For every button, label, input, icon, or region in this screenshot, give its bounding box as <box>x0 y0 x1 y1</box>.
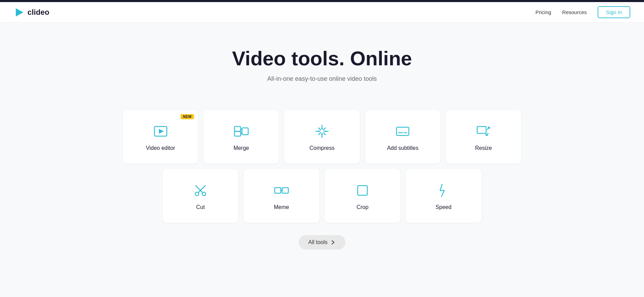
svg-rect-20 <box>396 127 409 135</box>
speed-icon <box>435 182 452 199</box>
svg-line-15 <box>319 133 321 135</box>
svg-marker-16 <box>321 128 323 130</box>
pricing-link[interactable]: Pricing <box>536 9 551 15</box>
tool-card-meme[interactable]: Meme <box>244 169 319 223</box>
tool-label: Meme <box>274 204 289 210</box>
tool-card-resize[interactable]: Resize <box>446 110 521 164</box>
tool-label: Speed <box>436 204 451 210</box>
svg-marker-19 <box>324 130 325 132</box>
sign-in-button[interactable]: Sign In <box>598 6 630 18</box>
svg-line-31 <box>200 186 205 190</box>
svg-line-12 <box>319 128 321 130</box>
svg-rect-33 <box>282 188 288 193</box>
tool-label: Compress <box>310 145 335 151</box>
tool-label: Cut <box>196 204 205 210</box>
svg-line-14 <box>323 128 325 130</box>
hero-section: Video tools. Online All-in-one easy-to-u… <box>0 23 644 110</box>
merge-icon <box>232 122 250 140</box>
logo-text: clideo <box>27 8 49 17</box>
tool-label: Add subtitles <box>387 145 418 151</box>
tools-container: NEW Video editor <box>116 110 528 250</box>
tool-card-merge[interactable]: Merge <box>204 110 279 164</box>
hero-subtitle: All-in-one easy-to-use online video tool… <box>7 75 637 82</box>
svg-rect-4 <box>234 131 241 136</box>
resources-link[interactable]: Resources <box>562 9 587 15</box>
crop-icon <box>354 182 371 199</box>
svg-line-13 <box>323 133 325 135</box>
svg-line-29 <box>200 190 203 192</box>
hero-title: Video tools. Online <box>7 47 637 70</box>
chevron-right-icon <box>330 240 336 245</box>
svg-rect-32 <box>275 188 281 193</box>
all-tools-button[interactable]: All tools <box>299 235 345 250</box>
subtitles-icon <box>394 122 412 140</box>
all-tools-label: All tools <box>308 239 327 245</box>
svg-marker-0 <box>16 8 23 16</box>
tool-label: Video editor <box>146 145 175 151</box>
tool-card-compress[interactable]: Compress <box>284 110 359 164</box>
all-tools-wrapper: All tools <box>123 235 521 250</box>
tool-label: Crop <box>357 204 369 210</box>
tool-label: Resize <box>475 145 492 151</box>
video-editor-icon <box>152 122 170 140</box>
tool-card-video-editor[interactable]: NEW Video editor <box>123 110 198 164</box>
tool-card-cut[interactable]: Cut <box>163 169 238 223</box>
tools-row-1: NEW Video editor <box>123 110 521 164</box>
logo-icon <box>14 7 25 18</box>
compress-icon <box>313 122 331 140</box>
svg-rect-35 <box>358 186 367 195</box>
svg-line-30 <box>196 186 200 190</box>
svg-rect-23 <box>477 126 486 133</box>
tool-card-add-subtitles[interactable]: Add subtitles <box>365 110 440 164</box>
tool-label: Merge <box>233 145 249 151</box>
header: clideo Pricing Resources Sign In <box>0 2 644 23</box>
svg-line-28 <box>198 190 200 192</box>
new-badge: NEW <box>181 114 194 119</box>
logo[interactable]: clideo <box>14 7 49 18</box>
tool-card-crop[interactable]: Crop <box>325 169 400 223</box>
nav: Pricing Resources Sign In <box>536 6 630 18</box>
main: Video tools. Online All-in-one easy-to-u… <box>0 23 644 250</box>
svg-marker-2 <box>159 129 164 134</box>
svg-marker-17 <box>321 133 323 135</box>
resize-icon <box>474 122 492 140</box>
meme-icon <box>273 182 290 199</box>
tools-row-2: Cut Meme <box>123 169 521 223</box>
svg-marker-18 <box>319 130 320 132</box>
svg-rect-5 <box>242 128 248 135</box>
tool-card-speed[interactable]: Speed <box>406 169 481 223</box>
cut-icon <box>192 182 209 199</box>
svg-rect-3 <box>234 126 241 131</box>
